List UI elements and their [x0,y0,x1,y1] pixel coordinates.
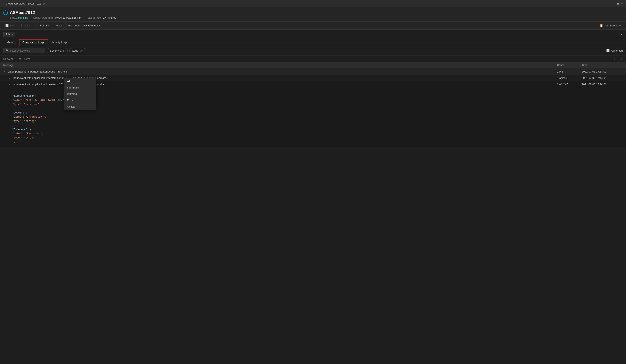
logs-filter-button[interactable]: Logs : All [69,48,86,53]
hamburger-icon[interactable]: ≡ [2,2,4,5]
delete-icon: 🗑 [20,24,23,27]
chevron-down-icon: ∨ [11,33,13,36]
severity-option-all[interactable]: All [64,78,96,84]
page-number: 1 [617,57,618,61]
stop-button[interactable]: ⬜ Stop [3,23,17,28]
expand-row-icon: › [8,77,11,79]
json-line: "type": "string" [12,119,623,123]
stop-label: Stop [10,24,15,27]
dropdown-row: Job ∨ ∧ [0,30,626,39]
window-title: Cloud Job View: ASAtest7912 [6,2,41,5]
severity-dropdown: All Information Warning Error Critical [64,78,96,110]
time-range-button[interactable]: Time range : Last 30 minutes [64,23,103,28]
stop-icon: ⬜ [5,24,9,27]
json-line: "Category": { [12,128,623,132]
severity-filter-button[interactable]: Severity : All [47,48,68,53]
delete-button[interactable]: 🗑 Delete [18,23,34,28]
advanced-icon: ⬜ [606,49,610,52]
row-time: 2021-07-06 17:14:01 [582,83,623,86]
row-time: 2021-07-06 17:14:01 [582,70,623,73]
row-count: 2 of 2446 [557,83,582,86]
refresh-icon: ↻ [36,24,39,27]
job-summary-button[interactable]: 📋 Job Summary [598,23,623,28]
header: ↺ ASAtest7912 Status Running Output wate… [0,7,626,22]
col-message: Message [3,64,557,66]
severity-option-error[interactable]: Error [64,97,96,103]
json-line: "value": "Information", [12,115,623,119]
advanced-button[interactable]: ⬜ Advanced [606,49,623,52]
watermark-label: Output watermark [33,16,54,19]
job-name: ASAtest7912 [10,10,35,15]
job-summary-label: Job Summary [604,24,621,27]
close-icon[interactable]: ✕ [43,2,45,5]
json-line: "TimeGenerated": { [12,94,623,98]
window-more-icon[interactable]: ··· [621,2,624,5]
json-line: { [12,90,623,94]
toolbar-separator [53,24,53,28]
table-row[interactable]: ∨ LateInputEvent - InputEventLateBeyondT… [0,68,626,75]
row-message: LateInputEvent - InputEventLateBeyondThr… [8,70,67,73]
tab-activity-logs[interactable]: Activity Logs [48,39,71,46]
duration-value: 27 minutes [103,16,116,19]
filter-input-wrap: 🔍 [3,48,45,53]
filter-row: 🔍 Severity : All Logs : All ⬜ Advanced [0,46,626,56]
tabs: Metrics Diagnostic Logs Activity Logs [0,39,626,46]
json-line: }, [12,107,623,111]
watermark-value: 07/06/21 03:12:15 PM [55,16,81,19]
row-count: 1 of 2446 [557,76,582,79]
json-line: "type": "string" [12,136,623,140]
status-value: Running [18,16,28,19]
table-header: Message Count Time [0,62,626,68]
severity-option-critical[interactable]: Critical [64,103,96,110]
collapse-row-icon: ∨ [8,83,11,86]
json-line: "value": "2021-07-06T09:14:01.588Z", [12,98,623,102]
advanced-label: Advanced [611,49,623,52]
delete-label: Delete [24,24,32,27]
col-count: Count [557,64,582,66]
json-line: "Level": { [12,111,623,115]
tab-metrics[interactable]: Metrics [3,39,19,46]
duration-label: Total duration [86,16,102,19]
toolbar: ⬜ Stop 🗑 Delete ↻ Refresh View Time rang… [0,22,626,30]
job-dropdown-label: Job [5,33,10,36]
showing-row: Showing 1-2 of 2 items ‹ 1 › [0,56,626,62]
prev-page-button[interactable]: ‹ [613,57,615,61]
col-time: Time [582,64,623,66]
json-line: }, [12,123,623,127]
json-line: "value": "Execution", [12,132,623,136]
collapse-row-icon: ∨ [3,70,6,73]
showing-text: Showing 1-2 of 2 items [3,57,30,61]
row-count: 2446 [557,70,582,73]
severity-option-warning[interactable]: Warning [64,91,96,97]
keyword-search-input[interactable] [10,49,43,52]
refresh-button[interactable]: ↻ Refresh [34,23,51,28]
view-label: View [55,24,63,27]
job-dropdown[interactable]: Job ∨ [3,32,15,37]
json-line: "type": "datetime" [12,102,623,106]
refresh-label: Refresh [39,24,49,27]
row-time: 2021-07-06 17:14:01 [582,76,623,79]
job-icon: ↺ [3,10,8,15]
next-page-button[interactable]: › [620,57,623,61]
collapse-icon[interactable]: ∧ [621,33,623,36]
summary-icon: 📋 [600,24,603,27]
pagination: ‹ 1 › [613,57,623,61]
title-bar: ≡ Cloud Job View: ASAtest7912 ✕ ⧉ ··· [0,0,626,7]
status-label: Status [10,16,17,19]
tab-diagnostic-logs[interactable]: Diagnostic Logs [19,39,48,46]
window-tile-icon[interactable]: ⧉ [617,2,619,5]
severity-option-information[interactable]: Information [64,84,96,91]
search-icon: 🔍 [5,49,9,52]
json-line: }, [12,140,623,144]
